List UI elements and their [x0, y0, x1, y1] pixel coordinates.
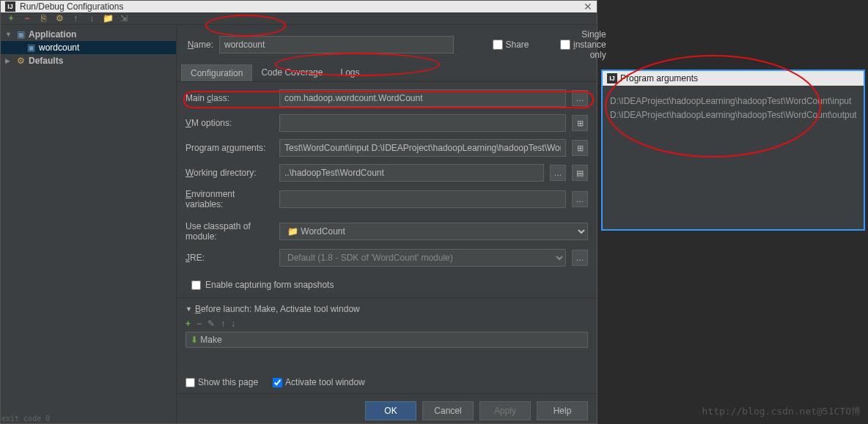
working-dir-input[interactable]: [279, 164, 544, 182]
main-class-input[interactable]: [279, 89, 566, 107]
ok-button[interactable]: OK: [365, 401, 416, 420]
title-bar: IJ Run/Debug Configurations ✕: [1, 1, 597, 12]
program-args-label: Program arguments:: [185, 143, 273, 153]
share-checkbox[interactable]: Share: [493, 40, 522, 50]
show-page-checkbox[interactable]: Show this page: [185, 377, 258, 387]
tree-label: Defaults: [29, 56, 63, 66]
folder-icon[interactable]: 📁: [102, 12, 114, 24]
popup-title: Program arguments: [620, 73, 698, 83]
gear-icon: ⚙: [15, 56, 26, 66]
before-launch-section: ▼ Before launch: Make, Activate tool win…: [177, 297, 597, 393]
help-button[interactable]: Help: [537, 401, 588, 420]
edit-task-icon[interactable]: ✎: [207, 319, 215, 329]
tab-code-coverage[interactable]: Code Coverage: [252, 64, 331, 81]
close-icon[interactable]: ✕: [584, 1, 592, 12]
settings-icon[interactable]: ⚙: [54, 12, 65, 24]
expand-args-button[interactable]: ⊞: [572, 140, 588, 156]
up-icon[interactable]: ↑: [70, 12, 81, 24]
name-label: Name:: [184, 40, 213, 50]
env-input[interactable]: [279, 190, 566, 208]
watermark-text: http://blog.csdn.net@51CTO博: [702, 405, 861, 418]
remove-icon[interactable]: −: [21, 12, 33, 24]
run-config-dialog: IJ Run/Debug Configurations ✕ + − ⎘ ⚙ ↑ …: [0, 0, 597, 424]
browse-class-button[interactable]: …: [572, 90, 588, 106]
add-task-icon[interactable]: +: [185, 319, 191, 329]
copy-icon[interactable]: ⎘: [37, 12, 49, 24]
classpath-label: Use classpath of module:: [185, 221, 273, 242]
activate-window-checkbox[interactable]: Activate tool window: [273, 377, 365, 387]
app-icon: IJ: [607, 73, 617, 83]
popup-body[interactable]: D:\IDEAProject\hadoopLearning\hadoopTest…: [603, 86, 864, 130]
config-toolbar: + − ⎘ ⚙ ↑ ↓ 📁 ⇲: [1, 12, 597, 25]
application-icon: ▣: [15, 29, 26, 40]
config-form: Main class: … VM options: ⊞ Program argu…: [177, 82, 597, 297]
browse-env-button[interactable]: …: [572, 191, 588, 207]
add-icon[interactable]: +: [5, 12, 17, 24]
tree-wordcount[interactable]: ▣ wordcount: [1, 41, 176, 54]
jre-select[interactable]: Default (1.8 - SDK of 'WordCount' module…: [279, 249, 566, 267]
main-panel: Name: Share Single instance only Configu…: [177, 25, 597, 424]
down-icon[interactable]: ↓: [86, 12, 98, 24]
expand-icon[interactable]: ▶: [5, 57, 12, 64]
collapse-icon: ▼: [185, 305, 192, 313]
tree-label: Application: [29, 29, 76, 40]
app-icon: IJ: [5, 1, 15, 12]
single-instance-checkbox[interactable]: Single instance only: [560, 29, 589, 60]
before-launch-header[interactable]: ▼ Before launch: Make, Activate tool win…: [185, 304, 588, 314]
snapshots-label: Enable capturing form snapshots: [205, 280, 334, 290]
make-task-item[interactable]: ⬇ Make: [185, 332, 588, 348]
dialog-body: ▼ ▣ Application ▣ wordcount ▶ ⚙ Defaults…: [1, 25, 597, 424]
classpath-select[interactable]: 📁 WordCount: [279, 223, 588, 240]
name-input[interactable]: [219, 36, 454, 53]
tab-bar: Configuration Code Coverage Logs: [177, 64, 597, 82]
tab-configuration[interactable]: Configuration: [181, 64, 252, 81]
browse-dir-button[interactable]: …: [550, 165, 566, 181]
snapshots-checkbox[interactable]: [191, 280, 201, 290]
main-class-label: Main class:: [185, 93, 273, 103]
expand-icon[interactable]: ▼: [5, 31, 12, 38]
program-args-popup: IJ Program arguments D:\IDEAProject\hado…: [601, 70, 865, 231]
env-label: Environment variables:: [185, 189, 273, 209]
cancel-button[interactable]: Cancel: [422, 401, 474, 420]
tree-application[interactable]: ▼ ▣ Application: [1, 28, 176, 41]
config-tree: ▼ ▣ Application ▣ wordcount ▶ ⚙ Defaults: [1, 25, 177, 424]
macro-dir-button[interactable]: ▤: [572, 165, 588, 181]
up-task-icon[interactable]: ↑: [221, 319, 225, 329]
tree-defaults[interactable]: ▶ ⚙ Defaults: [1, 54, 176, 67]
dialog-title: Run/Debug Configurations: [20, 1, 123, 12]
name-row: Name: Share Single instance only: [177, 25, 597, 64]
expand-vm-button[interactable]: ⊞: [572, 115, 588, 131]
collapse-icon[interactable]: ⇲: [118, 12, 130, 24]
vm-options-label: VM options:: [185, 118, 273, 128]
button-bar: OK Cancel Apply Help: [177, 393, 597, 424]
working-dir-label: Working directory:: [185, 168, 273, 178]
tab-logs[interactable]: Logs: [331, 64, 368, 81]
exit-code-text: exit code 0: [1, 414, 50, 423]
down-task-icon[interactable]: ↓: [231, 319, 235, 329]
application-icon: ▣: [26, 42, 36, 53]
remove-task-icon[interactable]: −: [196, 319, 202, 329]
jre-label: JRE:: [185, 253, 273, 263]
popup-header: IJ Program arguments: [603, 71, 864, 86]
vm-options-input[interactable]: [279, 114, 566, 132]
tree-label: wordcount: [39, 42, 79, 53]
apply-button[interactable]: Apply: [479, 401, 531, 420]
program-args-input[interactable]: [279, 139, 566, 157]
browse-jre-button[interactable]: …: [572, 250, 588, 266]
